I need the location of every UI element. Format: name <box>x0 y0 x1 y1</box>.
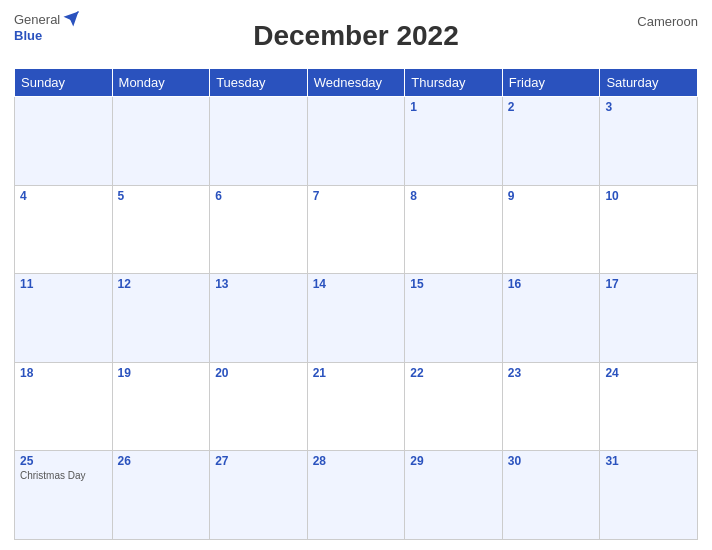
calendar-day-cell: 7 <box>307 185 405 274</box>
day-number: 10 <box>605 189 692 203</box>
calendar-day-cell: 11 <box>15 274 113 363</box>
calendar-day-cell <box>307 97 405 186</box>
calendar-day-cell: 2 <box>502 97 600 186</box>
calendar-day-cell: 10 <box>600 185 698 274</box>
header-monday: Monday <box>112 69 210 97</box>
calendar-title: December 2022 <box>253 20 458 52</box>
day-number: 29 <box>410 454 497 468</box>
day-number: 5 <box>118 189 205 203</box>
day-number: 9 <box>508 189 595 203</box>
calendar-day-cell: 14 <box>307 274 405 363</box>
weekday-header-row: Sunday Monday Tuesday Wednesday Thursday… <box>15 69 698 97</box>
calendar-week-row: 11121314151617 <box>15 274 698 363</box>
calendar-day-cell: 15 <box>405 274 503 363</box>
header-tuesday: Tuesday <box>210 69 308 97</box>
day-number: 12 <box>118 277 205 291</box>
day-number: 1 <box>410 100 497 114</box>
day-number: 8 <box>410 189 497 203</box>
calendar-day-cell: 26 <box>112 451 210 540</box>
day-number: 30 <box>508 454 595 468</box>
calendar-header: General Blue December 2022 Cameroon <box>14 10 698 62</box>
day-number: 26 <box>118 454 205 468</box>
header-saturday: Saturday <box>600 69 698 97</box>
calendar-day-cell: 4 <box>15 185 113 274</box>
calendar-day-cell: 3 <box>600 97 698 186</box>
day-number: 11 <box>20 277 107 291</box>
calendar-day-cell: 5 <box>112 185 210 274</box>
calendar-container: General Blue December 2022 Cameroon Sund… <box>0 0 712 550</box>
day-number: 27 <box>215 454 302 468</box>
calendar-day-cell: 21 <box>307 362 405 451</box>
day-number: 20 <box>215 366 302 380</box>
day-number: 3 <box>605 100 692 114</box>
day-number: 24 <box>605 366 692 380</box>
header-thursday: Thursday <box>405 69 503 97</box>
day-number: 31 <box>605 454 692 468</box>
calendar-week-row: 123 <box>15 97 698 186</box>
calendar-day-cell: 24 <box>600 362 698 451</box>
calendar-day-cell: 31 <box>600 451 698 540</box>
day-number: 14 <box>313 277 400 291</box>
day-number: 6 <box>215 189 302 203</box>
day-number: 2 <box>508 100 595 114</box>
calendar-day-cell: 12 <box>112 274 210 363</box>
calendar-day-cell: 8 <box>405 185 503 274</box>
calendar-day-cell: 20 <box>210 362 308 451</box>
day-number: 22 <box>410 366 497 380</box>
day-number: 15 <box>410 277 497 291</box>
calendar-day-cell: 17 <box>600 274 698 363</box>
calendar-day-cell <box>112 97 210 186</box>
day-number: 18 <box>20 366 107 380</box>
calendar-day-cell: 28 <box>307 451 405 540</box>
day-number: 4 <box>20 189 107 203</box>
day-number: 16 <box>508 277 595 291</box>
calendar-day-cell: 25Christmas Day <box>15 451 113 540</box>
logo-blue-text: Blue <box>14 28 42 43</box>
calendar-day-cell: 22 <box>405 362 503 451</box>
calendar-day-cell <box>210 97 308 186</box>
day-number: 19 <box>118 366 205 380</box>
calendar-day-cell: 30 <box>502 451 600 540</box>
day-event: Christmas Day <box>20 470 107 481</box>
calendar-day-cell: 16 <box>502 274 600 363</box>
calendar-day-cell: 9 <box>502 185 600 274</box>
calendar-day-cell <box>15 97 113 186</box>
header-friday: Friday <box>502 69 600 97</box>
logo: General Blue <box>14 10 80 43</box>
day-number: 21 <box>313 366 400 380</box>
calendar-day-cell: 29 <box>405 451 503 540</box>
calendar-week-row: 18192021222324 <box>15 362 698 451</box>
day-number: 17 <box>605 277 692 291</box>
header-sunday: Sunday <box>15 69 113 97</box>
day-number: 23 <box>508 366 595 380</box>
calendar-week-row: 25Christmas Day262728293031 <box>15 451 698 540</box>
day-number: 7 <box>313 189 400 203</box>
calendar-day-cell: 13 <box>210 274 308 363</box>
calendar-day-cell: 27 <box>210 451 308 540</box>
calendar-day-cell: 23 <box>502 362 600 451</box>
day-number: 28 <box>313 454 400 468</box>
calendar-day-cell: 6 <box>210 185 308 274</box>
calendar-day-cell: 19 <box>112 362 210 451</box>
calendar-table: Sunday Monday Tuesday Wednesday Thursday… <box>14 68 698 540</box>
calendar-week-row: 45678910 <box>15 185 698 274</box>
header-wednesday: Wednesday <box>307 69 405 97</box>
logo-bird-icon <box>62 10 80 28</box>
logo-general-text: General <box>14 12 60 27</box>
day-number: 25 <box>20 454 107 468</box>
day-number: 13 <box>215 277 302 291</box>
country-label: Cameroon <box>637 14 698 29</box>
calendar-day-cell: 18 <box>15 362 113 451</box>
calendar-day-cell: 1 <box>405 97 503 186</box>
